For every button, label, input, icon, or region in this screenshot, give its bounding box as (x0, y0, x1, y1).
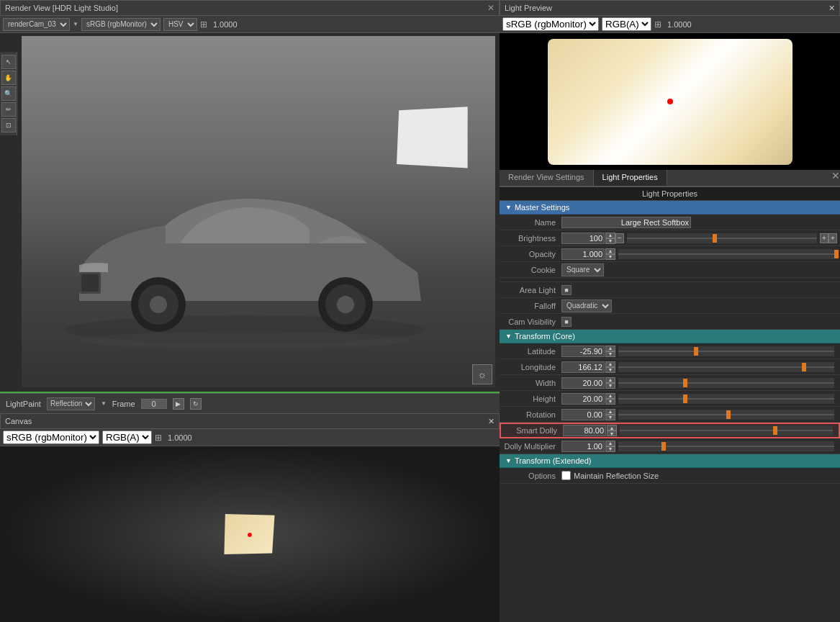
lightpaint-arrow: ▼ (101, 400, 107, 407)
canvas-sync-icon[interactable]: ⊞ (155, 433, 162, 443)
dolly-multiplier-step-down[interactable]: ▼ (605, 446, 615, 452)
rotation-handle[interactable] (726, 410, 731, 419)
brightness-minus[interactable]: − (615, 233, 624, 243)
tool-arrow[interactable]: ↖ (1, 55, 16, 69)
lp-zoom: 1.0000 (667, 20, 692, 29)
rotation-slider[interactable] (618, 410, 834, 420)
rotation-input[interactable] (561, 409, 605, 420)
dolly-multiplier-slider[interactable] (618, 441, 834, 451)
dolly-multiplier-input[interactable] (561, 441, 605, 452)
smart-dolly-handle[interactable] (773, 426, 777, 435)
brightness-track (627, 238, 817, 239)
lp-colorspace-select[interactable]: sRGB (rgbMonitor) (502, 17, 599, 31)
svg-point-3 (150, 296, 167, 313)
maintain-reflection-checkbox[interactable] (561, 471, 571, 480)
rotation-step-down[interactable]: ▼ (605, 415, 615, 420)
canvas-area (0, 446, 500, 622)
brightness-plus[interactable]: + (820, 233, 828, 243)
brightness-handle[interactable] (713, 234, 717, 243)
name-input[interactable] (561, 217, 691, 228)
latitude-slider[interactable] (618, 346, 834, 356)
brightness-input[interactable] (561, 233, 605, 244)
render-sync-icon[interactable]: ⊞ (200, 19, 207, 30)
cookie-select[interactable]: Square (561, 263, 604, 276)
lp-sync-icon[interactable]: ⊞ (654, 19, 661, 30)
height-handle[interactable] (683, 395, 687, 403)
tab-render-view-settings[interactable]: Render View Settings (500, 170, 594, 186)
width-step-up[interactable]: ▲ (605, 377, 615, 383)
dolly-multiplier-handle[interactable] (661, 442, 666, 451)
opacity-input[interactable] (561, 248, 605, 260)
canvas-close[interactable]: ✕ (488, 417, 494, 426)
longitude-input[interactable] (561, 361, 605, 373)
master-settings-header[interactable]: ▼ Master Settings (500, 201, 840, 215)
latitude-step-down[interactable]: ▼ (605, 351, 615, 357)
render-colorspace-select[interactable]: sRGB (rgbMonitor) (81, 18, 161, 31)
rotation-step-up[interactable]: ▲ (605, 409, 615, 415)
canvas-mode-select[interactable]: RGB(A) (102, 431, 152, 444)
tool-extra[interactable]: ⊡ (1, 118, 16, 132)
frame-input[interactable] (141, 399, 167, 409)
sun-icon-btn[interactable]: ☼ (472, 364, 492, 384)
opacity-handle[interactable] (834, 250, 839, 258)
transform-core-header[interactable]: ▼ Transform (Core) (500, 330, 840, 343)
transform-extended-header[interactable]: ▼ Transform (Extended) (500, 454, 840, 468)
render-camera-select[interactable]: renderCam_03 (3, 18, 70, 31)
play-button[interactable]: ▶ (173, 398, 184, 410)
canvas-zoom: 1.0000 (168, 433, 192, 442)
height-step-up[interactable]: ▲ (605, 393, 615, 399)
longitude-handle[interactable] (802, 363, 806, 371)
smart-dolly-step-down[interactable]: ▼ (607, 431, 617, 436)
brightness-slider[interactable] (627, 233, 817, 243)
height-slider[interactable] (618, 394, 834, 404)
smart-dolly-step-up[interactable]: ▲ (607, 425, 617, 431)
opacity-slider[interactable] (618, 249, 834, 259)
rotation-row: Rotation ▲ ▼ (500, 407, 840, 423)
latitude-step-up[interactable]: ▲ (605, 346, 615, 351)
properties-panel: Render View Settings Light Properties ✕ … (500, 170, 840, 622)
render-view-container: Render View [HDR Light Studio] ✕ renderC… (0, 0, 500, 413)
latitude-handle[interactable] (694, 347, 698, 356)
brightness-step-down[interactable]: ▼ (605, 238, 615, 244)
opacity-step-down[interactable]: ▼ (605, 254, 615, 260)
longitude-step-down[interactable]: ▼ (605, 367, 615, 373)
transform-core-label: Transform (Core) (515, 332, 575, 341)
opacity-step-up[interactable]: ▲ (605, 248, 615, 254)
area-light-checkbox[interactable]: ■ (561, 285, 572, 295)
render-mode-select[interactable]: HSV (163, 18, 197, 31)
width-handle[interactable] (683, 379, 687, 387)
tool-hand[interactable]: ✋ (1, 71, 16, 85)
props-close-btn[interactable]: ✕ (831, 170, 840, 186)
height-label: Height (502, 395, 561, 403)
height-input[interactable] (561, 393, 605, 405)
cam-visibility-checkbox[interactable]: ■ (561, 317, 572, 327)
longitude-stepper: ▲ ▼ (605, 361, 615, 373)
lightpaint-mode-select[interactable]: Reflection (47, 397, 95, 410)
tab-light-properties[interactable]: Light Properties (594, 170, 667, 186)
cam-visibility-row: Cam Visibility ■ (500, 314, 840, 330)
longitude-step-up[interactable]: ▲ (605, 361, 615, 367)
longitude-slider[interactable] (618, 362, 834, 372)
tool-paint[interactable]: ✏ (1, 102, 16, 117)
options-row: Options Maintain Reflection Size (500, 468, 840, 484)
smart-dolly-slider[interactable] (620, 425, 833, 436)
width-step-down[interactable]: ▼ (605, 383, 615, 389)
width-slider[interactable] (618, 378, 834, 388)
tool-zoom[interactable]: 🔍 (1, 86, 16, 101)
light-preview-close[interactable]: ✕ (828, 4, 835, 13)
dolly-multiplier-step-up[interactable]: ▲ (605, 441, 615, 446)
transform-extended-arrow: ▼ (505, 457, 512, 464)
brightness-plus2[interactable]: + (828, 233, 837, 243)
falloff-select[interactable]: Quadratic (561, 299, 612, 312)
render-view-close[interactable]: ✕ (487, 3, 494, 13)
refresh-button[interactable]: ↻ (190, 398, 202, 410)
width-input[interactable] (561, 377, 605, 389)
lp-mode-select[interactable]: RGB(A) (602, 17, 651, 31)
canvas-colorspace-select[interactable]: sRGB (rgbMonitor) (3, 431, 99, 444)
latitude-input[interactable] (561, 346, 605, 357)
height-step-down[interactable]: ▼ (605, 399, 615, 405)
brightness-step-up[interactable]: ▲ (605, 233, 615, 238)
dolly-multiplier-stepper: ▲ ▼ (605, 441, 615, 452)
dolly-multiplier-row: Dolly Multiplier ▲ ▼ (500, 438, 840, 454)
smart-dolly-input[interactable] (563, 425, 606, 436)
